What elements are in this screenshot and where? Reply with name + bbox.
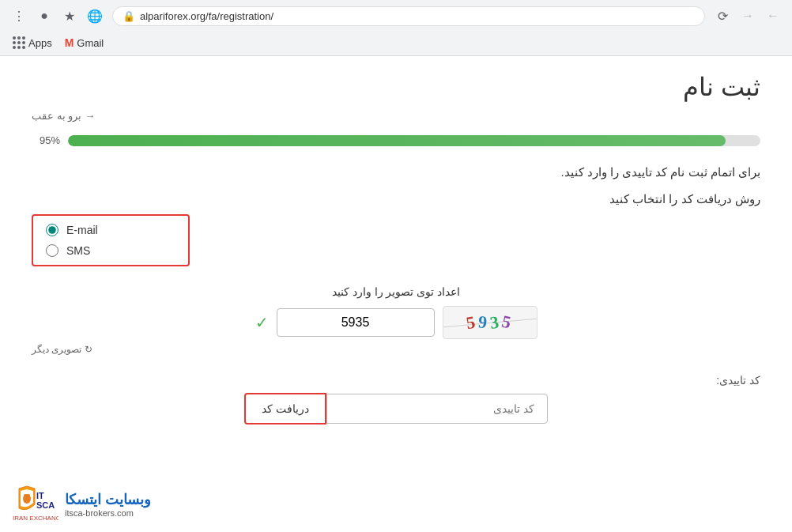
back-button[interactable]: ←	[762, 5, 784, 27]
gmail-button[interactable]: M Gmail	[60, 33, 109, 52]
gmail-m-icon: M	[65, 36, 74, 49]
browser-chrome: ← → ⟳ 🔒 🌐 ★ ● ⋮ Apps M Gmail	[0, 0, 792, 56]
menu-icon[interactable]: ⋮	[8, 5, 30, 27]
gmail-label: Gmail	[77, 37, 104, 49]
check-icon: ✓	[255, 313, 269, 332]
receive-code-button[interactable]: دریافت کد	[244, 393, 326, 424]
browser-toolbar: ← → ⟳ 🔒 🌐 ★ ● ⋮	[0, 0, 792, 32]
lock-icon: 🔒	[123, 10, 135, 22]
method-box: E-mail SMS	[32, 214, 190, 266]
itsca-logo-svg: IT SCA IRAN EXCHANGE HOME	[11, 485, 58, 524]
forward-button[interactable]: →	[737, 5, 759, 27]
bottom-branding: IT SCA IRAN EXCHANGE HOME وبسایت ایتسکا …	[0, 477, 162, 532]
sms-label: SMS	[66, 244, 90, 257]
back-link[interactable]: → برو به عقب	[32, 110, 760, 122]
svg-point-2	[27, 494, 30, 497]
email-label: E-mail	[66, 224, 98, 236]
captcha-section: اعداد توی تصویر را وارد کنید ✓ 5935 ↻ تص…	[32, 285, 760, 355]
sms-radio-row: SMS	[46, 244, 175, 257]
svg-text:SCA: SCA	[36, 500, 55, 510]
email-radio-row: E-mail	[46, 224, 175, 236]
captcha-image-text: 5935	[466, 312, 514, 333]
url-input[interactable]	[140, 10, 695, 22]
progress-bar-fill	[68, 135, 726, 146]
captcha-label: اعداد توی تصویر را وارد کنید	[32, 285, 760, 298]
brand-url: itsca-brokers.com	[65, 508, 151, 518]
refresh-icon: ↻	[85, 344, 92, 355]
nav-buttons: ← → ⟳	[711, 5, 784, 27]
bookmarks-bar: Apps M Gmail	[0, 32, 792, 55]
instruction-text: برای اتمام ثبت نام کد تاییدی را وارد کنی…	[32, 165, 760, 179]
apps-button[interactable]: Apps	[8, 33, 57, 52]
apps-label: Apps	[28, 37, 52, 49]
progress-bar-container	[68, 135, 760, 146]
confirmation-label: کد تاییدی:	[32, 374, 760, 387]
captcha-row: ✓ 5935	[32, 306, 760, 339]
back-arrow-icon: →	[85, 110, 95, 122]
method-options: E-mail SMS	[32, 214, 760, 266]
translate-icon[interactable]: 🌐	[84, 5, 106, 27]
confirmation-row: دریافت کد	[32, 393, 760, 424]
progress-row: 95%	[32, 134, 760, 146]
svg-text:IRAN EXCHANGE HOME: IRAN EXCHANGE HOME	[13, 515, 58, 522]
sms-radio[interactable]	[46, 244, 58, 257]
back-link-text: برو به عقب	[32, 110, 81, 122]
account-icon[interactable]: ●	[33, 5, 55, 27]
reload-button[interactable]: ⟳	[711, 5, 734, 27]
method-label: روش دریافت کد را انتخاب کنید	[32, 192, 760, 206]
apps-grid-icon	[13, 36, 25, 49]
brand-name: وبسایت ایتسکا	[65, 491, 151, 508]
page-title: ثبت نام	[32, 72, 760, 102]
page-content: ثبت نام → برو به عقب 95% برای اتمام ثبت …	[0, 56, 792, 532]
refresh-row[interactable]: ↻ تصویری دیگر	[32, 344, 760, 355]
svg-point-1	[24, 494, 27, 497]
captcha-image: 5935	[443, 306, 537, 339]
email-radio[interactable]	[46, 224, 58, 236]
bookmark-icon[interactable]: ★	[58, 5, 81, 27]
confirmation-input[interactable]	[326, 394, 548, 424]
captcha-input[interactable]	[277, 308, 435, 337]
brand-text: وبسایت ایتسکا itsca-brokers.com	[65, 491, 151, 518]
svg-text:IT: IT	[36, 491, 44, 500]
progress-label: 95%	[32, 134, 60, 146]
toolbar-icons: 🌐 ★ ● ⋮	[8, 5, 106, 27]
address-bar[interactable]: 🔒	[112, 6, 705, 26]
confirmation-section: کد تاییدی: دریافت کد	[32, 374, 760, 424]
refresh-label: تصویری دیگر	[32, 344, 81, 355]
brand-logo: IT SCA IRAN EXCHANGE HOME	[11, 485, 58, 524]
